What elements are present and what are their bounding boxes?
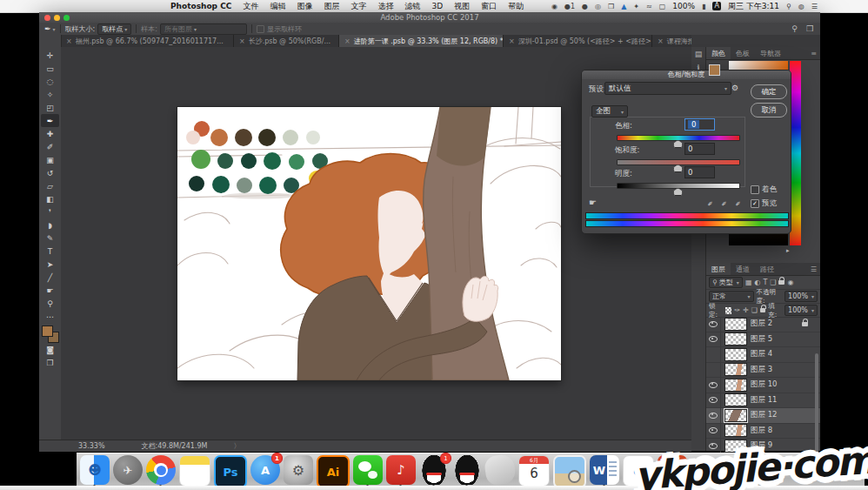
dock-wechat[interactable] (353, 455, 383, 485)
layer-row-4[interactable]: 图层 4 (706, 347, 820, 363)
close-tab-icon[interactable]: × (344, 37, 351, 45)
dock-launchpad[interactable]: ✈ (113, 455, 143, 485)
saturation-value-input[interactable]: 0 (684, 143, 715, 155)
key-icon[interactable]: ✦ (633, 3, 639, 10)
tool-gradient[interactable]: ◧ (41, 192, 59, 205)
doc-tab-changsha[interactable]: × 长沙.psb @ 50%(RGB/... (234, 35, 339, 47)
tab-navigator[interactable]: 导航器 (755, 47, 786, 59)
opacity-dropdown[interactable]: 100%▾ (785, 291, 818, 302)
layer-thumbnail[interactable] (724, 348, 747, 361)
layer-row-2[interactable]: 图层 2 (706, 317, 820, 332)
menu-3d[interactable]: 3D (431, 2, 443, 10)
layer-row-10[interactable]: 图层 10 (706, 378, 820, 393)
dock-preview[interactable] (553, 455, 586, 488)
layers-menu-icon[interactable]: ☰ (811, 265, 817, 273)
tool-hand[interactable]: ☛ (41, 284, 59, 297)
dialog-title[interactable]: 色相/饱和度 (582, 70, 791, 79)
saturation-slider[interactable] (617, 159, 740, 165)
layer-row-12-selected[interactable]: 图层 12 (706, 408, 820, 424)
monitor-icon[interactable]: ▢ (659, 3, 666, 10)
tool-dodge[interactable]: ◗ (41, 218, 59, 232)
foreground-background-swatches[interactable] (41, 326, 59, 343)
dock-chrome[interactable] (146, 455, 176, 485)
visibility-toggle[interactable] (706, 378, 721, 393)
visibility-toggle[interactable] (706, 363, 721, 378)
menu-layer[interactable]: 图层 (324, 1, 339, 12)
tool-quick-mask[interactable]: ◙ (41, 343, 59, 356)
lock-artboard-icon[interactable]: ❏ (751, 306, 758, 314)
workspace-icon[interactable]: ❒ (806, 24, 813, 33)
cancel-button[interactable]: 取消 (751, 103, 787, 117)
tool-history-brush[interactable]: ↺ (41, 166, 59, 179)
doc-tab-active-lesson[interactable]: × 进阶第一课 .psb @ 33.3% (图层 12, RGB/8) * (339, 35, 504, 47)
filter-adjustment-icon[interactable]: ◐ (754, 279, 760, 286)
menu-select[interactable]: 选择 (377, 1, 393, 12)
bell-badge-icon[interactable]: ●1 (564, 3, 575, 10)
dock-system-preferences[interactable]: ⚙ (284, 455, 313, 485)
tool-clone-stamp[interactable]: ▣ (41, 153, 59, 166)
zoom-percent-field[interactable]: 33.33% (78, 442, 105, 450)
targeted-adjustment-icon[interactable]: ☛ (589, 198, 597, 207)
filter-smart-object-icon[interactable] (778, 280, 785, 285)
sample-size-dropdown[interactable]: 取样点▾ (97, 23, 131, 35)
wifi-icon[interactable]: ≈ (646, 3, 652, 10)
visibility-toggle[interactable] (706, 408, 721, 423)
preview-checkbox[interactable]: ✓ 预览 (751, 198, 777, 209)
siri-icon[interactable]: ◍ (798, 3, 805, 10)
dock-photoshop[interactable]: Ps (214, 455, 247, 488)
record-icon[interactable]: ◉ (551, 3, 558, 10)
filter-toggle-pin[interactable]: ◉ (787, 279, 793, 286)
visibility-toggle[interactable] (706, 347, 721, 362)
dock-gray-object[interactable] (484, 453, 517, 487)
menu-view[interactable]: 视图 (454, 1, 470, 12)
layer-thumbnail[interactable] (724, 318, 747, 331)
menu-edit[interactable]: 编辑 (270, 1, 285, 12)
colorize-checkbox[interactable]: 着色 (751, 185, 777, 195)
tool-healing-brush[interactable]: ✚ (41, 127, 59, 140)
tool-marquee[interactable]: ▭ (41, 62, 59, 75)
tool-move[interactable]: ✛ (41, 49, 59, 62)
tab-channels[interactable]: 通道 (731, 263, 755, 275)
tool-quick-selection[interactable]: ✧ (41, 88, 59, 101)
eyedropper-add-icon[interactable]: ✒ (719, 198, 730, 209)
eyedropper-preset-icon[interactable]: ✒ (44, 24, 51, 33)
dock-qq[interactable]: 1 (419, 455, 449, 485)
layer-row-5[interactable]: 图层 5 (706, 332, 820, 348)
layer-thumbnail[interactable] (724, 363, 747, 376)
menu-image[interactable]: 图像 (297, 1, 312, 12)
dock-notes[interactable] (179, 455, 210, 487)
visibility-toggle[interactable] (706, 332, 721, 347)
status-chevron-icon[interactable]: 〉 (233, 441, 240, 451)
preset-dropdown[interactable]: 默认值 ▾ (604, 82, 731, 95)
channel-dropdown[interactable]: 全图 ▾ (591, 105, 628, 117)
hue-slider[interactable] (617, 135, 740, 141)
adjustments-panel-icon[interactable]: ▤ (691, 47, 705, 61)
filter-type-layers-icon[interactable]: T (763, 279, 767, 286)
layer-thumbnail[interactable] (724, 379, 747, 392)
camera-icon[interactable]: ◎ (595, 3, 601, 10)
preset-chevron-icon[interactable]: ▾ (53, 26, 56, 32)
spectrum-bar-bottom[interactable] (585, 220, 789, 227)
fill-dropdown[interactable]: 100%▾ (785, 305, 818, 316)
doc-tab-fuzhou[interactable]: × 福州.psb @ 66.7% (509747_2016011717... (61, 35, 234, 47)
layer-thumbnail[interactable] (724, 424, 747, 437)
close-tab-icon[interactable]: × (66, 37, 72, 45)
tab-color[interactable]: 颜色 (706, 47, 731, 59)
dock-finder[interactable]: ☻ (80, 455, 110, 485)
menu-window[interactable]: 窗口 (481, 1, 497, 12)
menu-clock[interactable]: 周三 下午3:11 (728, 1, 779, 12)
mountain-app-icon[interactable]: ▲ (621, 3, 626, 10)
tool-eraser[interactable]: ▱ (41, 179, 59, 192)
visibility-toggle[interactable] (706, 317, 721, 332)
dock-netease-music[interactable]: ♪ (386, 455, 416, 485)
app-menu-title[interactable]: Photoshop CC (170, 2, 231, 10)
spotlight-icon[interactable]: ⚲ (786, 3, 791, 10)
layer-row-11[interactable]: 图层 11 (706, 393, 820, 409)
search-icon[interactable]: ⚲ (791, 24, 798, 33)
dock-illustrator[interactable]: Ai (317, 455, 350, 488)
layer-row-8[interactable]: 图层 8 (706, 424, 820, 440)
bell-icon[interactable]: ● (582, 3, 588, 10)
document-canvas[interactable] (177, 107, 561, 380)
layer-row-3[interactable]: 图层 3 (706, 363, 820, 379)
input-method-badge[interactable]: A (712, 2, 720, 10)
